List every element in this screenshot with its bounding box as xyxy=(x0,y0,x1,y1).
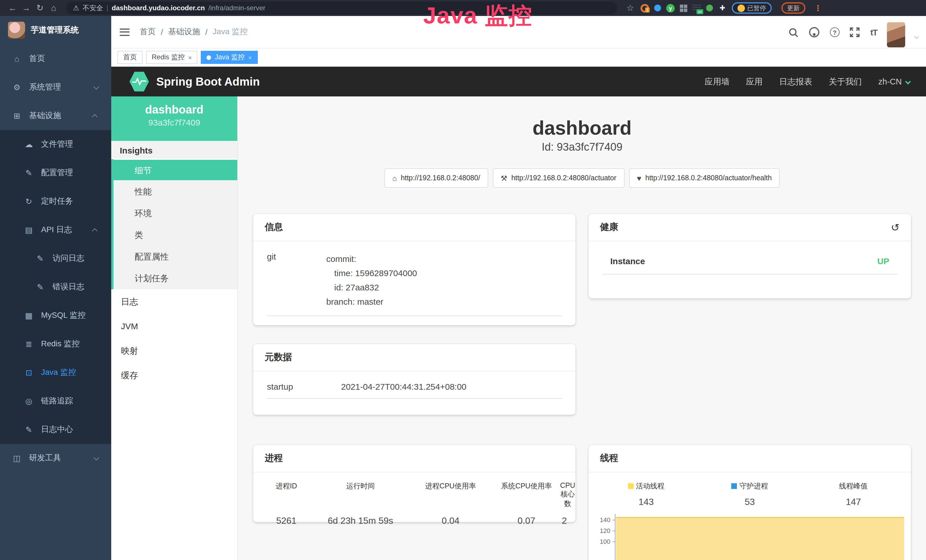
fullscreen-icon[interactable] xyxy=(849,27,861,38)
breadcrumb-separator: / xyxy=(205,27,207,36)
sba-menu-jvm[interactable]: JVM xyxy=(111,314,237,338)
git-time-line: time: 1596289704000 xyxy=(326,266,417,280)
text-size-icon[interactable]: tT xyxy=(870,27,877,37)
page-title: dashboard xyxy=(238,97,926,139)
info-key: git xyxy=(267,251,326,309)
tab-home[interactable]: 首页 xyxy=(118,51,142,64)
browser-reload-icon[interactable]: ↻ xyxy=(33,0,47,16)
search-icon[interactable] xyxy=(788,27,799,38)
tags-view: 首页 Redis 监控 × Java 监控 × xyxy=(111,48,926,67)
legend-live-threads: 活动线程 xyxy=(594,481,698,491)
breadcrumb-home[interactable]: 首页 xyxy=(140,27,156,37)
avatar-caret-icon[interactable] xyxy=(914,34,919,39)
col-pid: 进程ID xyxy=(260,481,313,509)
service-url-button[interactable]: ⌂ http://192.168.0.2:48080/ xyxy=(384,168,488,188)
sba-nav-wallboard[interactable]: 应用墙 xyxy=(705,76,729,87)
close-icon[interactable]: × xyxy=(188,54,192,61)
sidebar-item-home[interactable]: ⌂ 首页 xyxy=(0,44,111,73)
history-icon[interactable]: ↺ xyxy=(891,223,899,232)
sidebar-item-label: API 日志 xyxy=(41,225,72,235)
instance-header[interactable]: dashboard 93a3fc7f7409 xyxy=(111,97,237,141)
security-label[interactable]: 不安全 xyxy=(83,3,103,13)
metadata-key: startup xyxy=(267,382,341,391)
extension-leaf-icon[interactable] xyxy=(706,5,713,11)
main-sidebar: 芋道管理系统 ⌂ 首页 ⚙ 系统管理 ⊞ 基础设施 ☁ 文件管理 ✎ 配置管理 … xyxy=(0,16,111,560)
yellow-swatch-icon xyxy=(628,483,634,489)
extension-list-icon[interactable]: on xyxy=(692,5,701,11)
process-table-header: 进程ID 运行时间 进程CPU使用率 系统CPU使用率 CPU核心数 xyxy=(260,481,569,509)
sba-menu-scheduled-tasks[interactable]: 计划任务 xyxy=(113,268,237,289)
address-bar[interactable]: ⚠ 不安全 | dashboard.yudao.iocoder.cn/infra… xyxy=(66,2,617,14)
sidebar-item-system-mgmt[interactable]: ⚙ 系统管理 xyxy=(0,73,111,101)
sidebar-item-mysql-monitor[interactable]: ▦ MySQL 监控 xyxy=(0,301,111,330)
sidebar-item-label: Java 监控 xyxy=(41,368,76,378)
gear-icon: ⚙ xyxy=(12,83,22,92)
help-icon[interactable]: ? xyxy=(830,27,840,37)
live-threads-area xyxy=(616,517,904,560)
browser-menu-icon[interactable]: ⋮ xyxy=(814,3,822,12)
tab-java-monitor[interactable]: Java 监控 × xyxy=(201,51,257,64)
sidebar-item-label: 文件管理 xyxy=(41,139,73,150)
content-column: 首页 / 基础设施 / Java 监控 ? tT 首页 Redi xyxy=(111,16,926,560)
home-icon: ⌂ xyxy=(12,54,22,64)
sba-menu-logfile[interactable]: 日志 xyxy=(111,289,237,314)
sba-nav-applications[interactable]: 应用 xyxy=(746,76,763,87)
sidebar-item-label: 首页 xyxy=(29,54,45,64)
legend-daemon-threads: 守护进程 xyxy=(698,481,801,491)
sba-menu-environment[interactable]: 环境 xyxy=(113,203,237,224)
emoji-face-icon xyxy=(737,4,745,12)
avatar[interactable] xyxy=(887,22,905,47)
sidebar-item-error-log[interactable]: ✎ 错误日志 xyxy=(0,273,111,301)
extension-puzzle-icon[interactable]: ✚ xyxy=(718,4,727,12)
extension-c-icon[interactable]: 1 xyxy=(640,4,649,12)
profile-paused-chip[interactable]: 已暂停 xyxy=(732,2,772,14)
sba-menu-details[interactable]: 细节 xyxy=(113,159,237,181)
sba-language-select[interactable]: zh-CN xyxy=(878,77,909,86)
sidebar-item-infrastructure[interactable]: ⊞ 基础设施 xyxy=(0,101,111,130)
extension-grid-icon[interactable] xyxy=(680,4,687,12)
sba-menu-mappings[interactable]: 映射 xyxy=(111,338,237,363)
breadcrumb-infra[interactable]: 基础设施 xyxy=(168,27,200,37)
app-logo[interactable]: 芋道管理系统 xyxy=(0,16,111,44)
sidebar-item-redis-monitor[interactable]: ≣ Redis 监控 xyxy=(0,330,111,358)
sidebar-item-file-mgmt[interactable]: ☁ 文件管理 xyxy=(0,130,111,159)
browser-back-icon[interactable]: ← xyxy=(6,0,20,16)
val-system-cpu: 0.07 xyxy=(493,516,560,526)
sba-menu-caches[interactable]: 缓存 xyxy=(111,363,237,387)
val-process-cpu: 0.04 xyxy=(409,516,493,526)
update-label: 更新 xyxy=(787,4,800,12)
sidebar-item-scheduled-jobs[interactable]: ↻ 定时任务 xyxy=(0,187,111,216)
bookmark-star-icon[interactable]: ☆ xyxy=(625,0,635,16)
sidebar-item-dev-tools[interactable]: ◫ 研发工具 xyxy=(0,444,111,472)
sba-menu-classes[interactable]: 类 xyxy=(113,224,237,246)
sba-menu-metrics[interactable]: 性能 xyxy=(113,181,237,203)
actuator-url-button[interactable]: ⚒ http://192.168.0.2:48080/actuator xyxy=(493,168,625,188)
extension-pin-icon[interactable] xyxy=(654,5,661,11)
browser-home-icon[interactable]: ⌂ xyxy=(47,0,61,16)
hamburger-icon[interactable] xyxy=(120,28,130,36)
github-icon[interactable] xyxy=(809,27,820,38)
edit-icon: ✎ xyxy=(24,168,34,177)
health-url-button[interactable]: ♥ http://192.168.0.2:48080/actuator/heal… xyxy=(629,168,780,188)
sidebar-item-access-log[interactable]: ✎ 访问日志 xyxy=(0,244,111,273)
browser-forward-icon[interactable]: → xyxy=(20,0,33,16)
sidebar-item-api-log[interactable]: ▤ API 日志 xyxy=(0,216,111,244)
sidebar-item-tracing[interactable]: ◎ 链路追踪 xyxy=(0,387,111,415)
sidebar-item-config-mgmt[interactable]: ✎ 配置管理 xyxy=(0,159,111,187)
col-uptime: 运行时间 xyxy=(313,481,409,509)
sidebar-item-java-monitor[interactable]: ⊡ Java 监控 xyxy=(0,358,111,387)
tab-redis-monitor[interactable]: Redis 监控 × xyxy=(146,51,198,64)
sba-main: dashboard Id: 93a3fc7f7409 ⌂ http://192.… xyxy=(238,97,926,560)
breadcrumb-separator: / xyxy=(161,27,163,36)
actuator-url: http://192.168.0.2:48080/actuator xyxy=(511,174,616,182)
service-url: http://192.168.0.2:48080/ xyxy=(401,174,480,182)
col-cpu-cores: CPU核心数 xyxy=(560,481,575,509)
close-icon[interactable]: × xyxy=(248,54,252,61)
sba-nav-about[interactable]: 关于我们 xyxy=(829,76,862,87)
sba-nav-journal[interactable]: 日志报表 xyxy=(779,76,812,87)
sidebar-item-log-center[interactable]: ✎ 日志中心 xyxy=(0,415,111,444)
update-button[interactable]: 更新 xyxy=(781,2,805,14)
log-icon: ✎ xyxy=(24,425,34,434)
extension-y-icon[interactable]: y xyxy=(666,4,675,12)
sba-menu-config-props[interactable]: 配置属性 xyxy=(113,246,237,268)
